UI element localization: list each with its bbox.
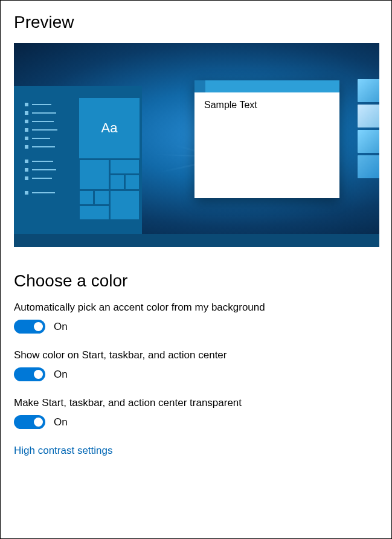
start-list bbox=[25, 103, 58, 199]
start-menu-preview: Aa bbox=[14, 86, 142, 234]
choose-color-heading: Choose a color bbox=[14, 271, 378, 291]
taskbar-preview bbox=[14, 234, 379, 247]
large-tile: Aa bbox=[79, 98, 140, 158]
toggle-knob bbox=[34, 370, 43, 379]
tile-grid bbox=[79, 160, 140, 220]
window-titlebar bbox=[194, 80, 339, 92]
setting-label: Make Start, taskbar, and action center t… bbox=[14, 397, 378, 409]
edge-tiles bbox=[358, 79, 379, 181]
auto-accent-toggle[interactable] bbox=[14, 320, 45, 334]
high-contrast-link[interactable]: High contrast settings bbox=[14, 445, 378, 457]
setting-transparent: Make Start, taskbar, and action center t… bbox=[14, 397, 378, 429]
toggle-knob bbox=[34, 418, 43, 427]
toggle-knob bbox=[34, 322, 43, 331]
setting-label: Automatically pick an accent color from … bbox=[14, 302, 378, 314]
sample-window: Sample Text bbox=[194, 80, 339, 198]
toggle-state-text: On bbox=[54, 416, 68, 428]
transparent-toggle[interactable] bbox=[14, 415, 45, 429]
window-body-text: Sample Text bbox=[194, 92, 339, 118]
tile-text: Aa bbox=[101, 120, 118, 136]
show-color-toggle[interactable] bbox=[14, 367, 45, 381]
preview-heading: Preview bbox=[14, 13, 378, 32]
setting-auto-accent: Automatically pick an accent color from … bbox=[14, 302, 378, 334]
toggle-state-text: On bbox=[54, 369, 68, 381]
start-tiles: Aa bbox=[79, 98, 140, 220]
desktop-preview: Aa Sample Text bbox=[14, 43, 379, 247]
setting-label: Show color on Start, taskbar, and action… bbox=[14, 349, 378, 361]
setting-show-color: Show color on Start, taskbar, and action… bbox=[14, 349, 378, 381]
toggle-state-text: On bbox=[54, 321, 68, 333]
